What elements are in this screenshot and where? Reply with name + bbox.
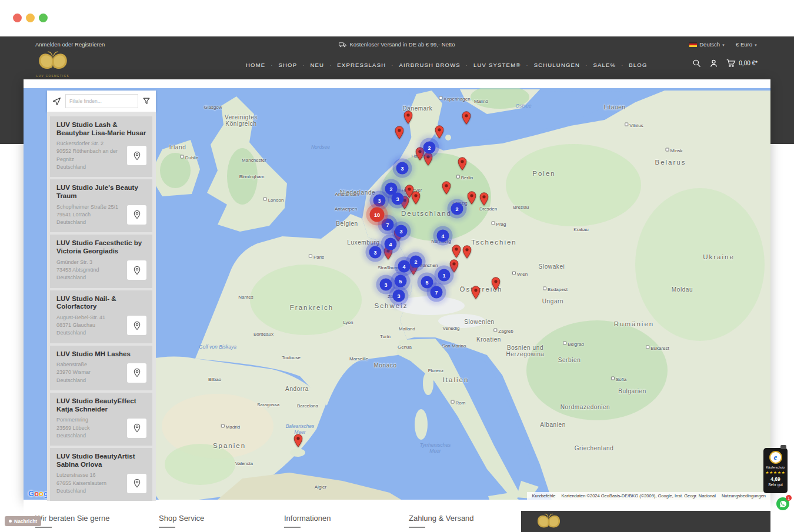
chat-message-badge[interactable]: Nachricht bbox=[5, 516, 41, 526]
store-card[interactable]: LUV Studio BeautyArtist Sabina OrlovaLut… bbox=[50, 448, 152, 501]
nav-menu: HOME·SHOP·NEU·EXPRESSLASH·AIRBRUSH BROWS… bbox=[246, 62, 648, 68]
trust-title: Käuferschutz bbox=[766, 466, 785, 469]
main-navigation: LUV COSMETICS HOME·SHOP·NEU·EXPRESSLASH·… bbox=[0, 52, 794, 79]
map-cluster-marker[interactable]: 4 bbox=[398, 260, 411, 273]
nav-separator: · bbox=[329, 62, 332, 68]
map-cluster-marker[interactable]: 2 bbox=[423, 142, 436, 154]
close-window-button[interactable] bbox=[13, 14, 22, 22]
map-pin-red[interactable] bbox=[395, 126, 404, 142]
maximize-window-button[interactable] bbox=[39, 14, 48, 22]
butterfly-logo-icon bbox=[37, 51, 69, 72]
map-pin-red[interactable] bbox=[480, 192, 489, 208]
map-pin-red[interactable] bbox=[462, 111, 471, 127]
currency-select[interactable]: € Euro▼ bbox=[736, 41, 758, 48]
nav-item-neu[interactable]: NEU bbox=[310, 62, 324, 68]
cart-icon bbox=[726, 59, 736, 68]
map-cluster-marker[interactable]: 3 bbox=[393, 290, 405, 302]
account-icon[interactable] bbox=[709, 59, 718, 68]
store-map-pin-button[interactable] bbox=[127, 363, 146, 383]
map-pin-red[interactable] bbox=[404, 111, 413, 126]
store-map-pin-button[interactable] bbox=[127, 146, 146, 165]
map-cluster-marker[interactable]: 5 bbox=[421, 276, 433, 289]
map-cluster-marker[interactable]: 4 bbox=[437, 230, 449, 242]
store-map-pin-button[interactable] bbox=[127, 316, 146, 335]
map-terms-link[interactable]: Nutzungsbedingungen bbox=[722, 493, 766, 498]
window-controls bbox=[13, 14, 48, 22]
map-cluster-marker[interactable]: 2 bbox=[451, 203, 463, 215]
nav-item-luv-system-[interactable]: LUV SYSTEM® bbox=[473, 62, 521, 68]
nav-item-expresslash[interactable]: EXPRESSLASH bbox=[337, 62, 386, 68]
map-shortcuts-link[interactable]: Kurzbefehle bbox=[532, 493, 555, 498]
store-map-pin-button[interactable] bbox=[127, 474, 146, 493]
language-select[interactable]: Deutsch▼ bbox=[689, 41, 725, 48]
store-address: August-Bebel-Str. 4108371 GlauchauDeutsc… bbox=[56, 314, 105, 337]
store-map-pin-button[interactable] bbox=[127, 419, 146, 438]
search-icon[interactable] bbox=[692, 59, 701, 68]
nav-separator: · bbox=[466, 62, 468, 68]
nav-item-blog[interactable]: BLOG bbox=[629, 62, 647, 68]
cart-button[interactable]: 0,00 €* bbox=[726, 59, 758, 68]
map-cluster-marker[interactable]: 2 bbox=[410, 256, 422, 268]
map-cluster-marker[interactable]: 4 bbox=[385, 238, 397, 250]
shipping-notice: Kostenloser Versand in DE ab € 99,- Nett… bbox=[0, 41, 794, 48]
map-pin-red[interactable] bbox=[472, 286, 481, 302]
store-address: Lutzerstrasse 1667655 KaiserslauternDeut… bbox=[56, 471, 106, 495]
map-pin-red[interactable] bbox=[458, 157, 467, 173]
brand-logo[interactable]: LUV COSMETICS bbox=[34, 51, 72, 78]
map-pin-red[interactable] bbox=[435, 125, 444, 141]
store-map-pin-button[interactable] bbox=[127, 260, 146, 280]
store-map-pin-button[interactable] bbox=[127, 205, 146, 225]
map-pin-red[interactable] bbox=[463, 245, 472, 261]
map-cluster-marker[interactable]: 1 bbox=[438, 269, 451, 282]
map-cluster-marker[interactable]: 3 bbox=[373, 195, 386, 207]
whatsapp-button[interactable]: 1 bbox=[776, 497, 789, 510]
map-pin-red[interactable] bbox=[452, 245, 461, 260]
map-pin-red[interactable] bbox=[450, 259, 459, 275]
map-pin-red[interactable] bbox=[412, 191, 421, 207]
map-pin-red[interactable] bbox=[424, 152, 433, 168]
cart-total: 0,00 €* bbox=[739, 60, 758, 66]
nav-item-schulungen[interactable]: SCHULUNGEN bbox=[534, 62, 581, 68]
map-cluster-marker[interactable]: 3 bbox=[380, 279, 392, 291]
map-cluster-marker[interactable]: 5 bbox=[395, 275, 407, 287]
store-finder-panel: LUV Studio Lash & Beautybar Lisa-Marie H… bbox=[47, 91, 156, 500]
map-pin-red[interactable] bbox=[442, 181, 451, 197]
store-name: LUV Studio BeautyEffect Katja Schneider bbox=[56, 397, 146, 413]
store-name: LUV Studio Facesthetic by Victoria Georg… bbox=[56, 239, 146, 255]
nav-item-home[interactable]: HOME bbox=[246, 62, 265, 68]
map-cluster-marker[interactable]: 3 bbox=[396, 162, 409, 175]
map-pin-red[interactable] bbox=[468, 191, 476, 207]
map-pin-red[interactable] bbox=[492, 277, 501, 293]
trusted-shops-icon: e bbox=[769, 451, 782, 464]
map-cluster-marker[interactable]: 3 bbox=[392, 193, 404, 205]
map-cluster-marker[interactable]: 7 bbox=[382, 219, 394, 231]
rating-label: Sehr gut bbox=[768, 483, 783, 487]
store-search-input[interactable] bbox=[65, 94, 138, 108]
map-pin-red[interactable] bbox=[294, 434, 303, 450]
butterfly-logo-icon bbox=[536, 513, 561, 530]
filter-icon[interactable] bbox=[142, 97, 151, 105]
store-address: Rückersdorfer Str. 290552 Röthenbach an … bbox=[56, 140, 127, 171]
nav-item-shop[interactable]: SHOP bbox=[279, 62, 298, 68]
store-card[interactable]: LUV Studio Lash & Beautybar Lisa-Marie H… bbox=[50, 116, 152, 177]
store-card[interactable]: LUV Studio Facesthetic by Victoria Georg… bbox=[50, 235, 152, 287]
footer-heading: Informationen bbox=[284, 514, 331, 528]
store-card[interactable]: LUV Studio Jule's Beauty TraumSchopfheim… bbox=[50, 179, 152, 232]
buyer-protection-badge[interactable]: e Käuferschutz ★★★★★ 4,69 Sehr gut bbox=[763, 448, 788, 493]
chevron-down-icon: ▼ bbox=[722, 44, 725, 47]
map-cluster-marker[interactable]: 3 bbox=[395, 225, 408, 237]
footer-heading: Zahlung & Versand bbox=[409, 514, 474, 528]
nav-separator: · bbox=[585, 62, 588, 68]
store-list: LUV Studio Lash & Beautybar Lisa-Marie H… bbox=[47, 112, 156, 501]
locate-me-icon[interactable] bbox=[52, 97, 61, 106]
store-card[interactable]: LUV Studio Nail- & ColorfactoryAugust-Be… bbox=[50, 290, 152, 343]
map-cluster-marker[interactable]: 3 bbox=[369, 246, 382, 259]
minimize-window-button[interactable] bbox=[26, 14, 35, 22]
footer-heading: Shop Service bbox=[159, 514, 204, 528]
map-cluster-marker[interactable]: 10 bbox=[370, 208, 385, 222]
nav-item-airbrush-brows[interactable]: AIRBRUSH BROWS bbox=[399, 62, 460, 68]
nav-item-sale-[interactable]: SALE% bbox=[593, 62, 616, 68]
map-cluster-marker[interactable]: 7 bbox=[431, 286, 443, 299]
store-card[interactable]: LUV Studio MH LashesRabenstraße23970 Wis… bbox=[50, 346, 152, 391]
store-card[interactable]: LUV Studio BeautyEffect Katja SchneiderP… bbox=[50, 393, 152, 446]
